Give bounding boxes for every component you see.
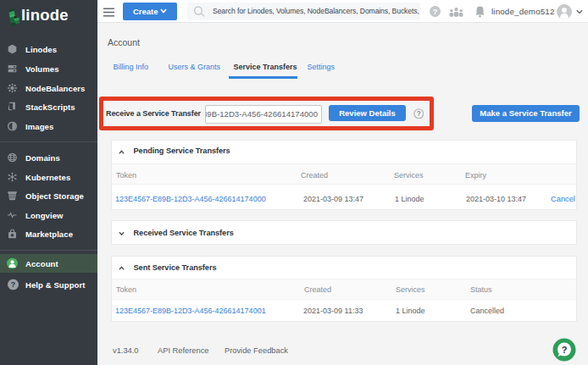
svg-text:?: ? xyxy=(11,280,15,289)
svg-text:?: ? xyxy=(562,345,568,355)
svg-text:?: ? xyxy=(433,8,437,16)
